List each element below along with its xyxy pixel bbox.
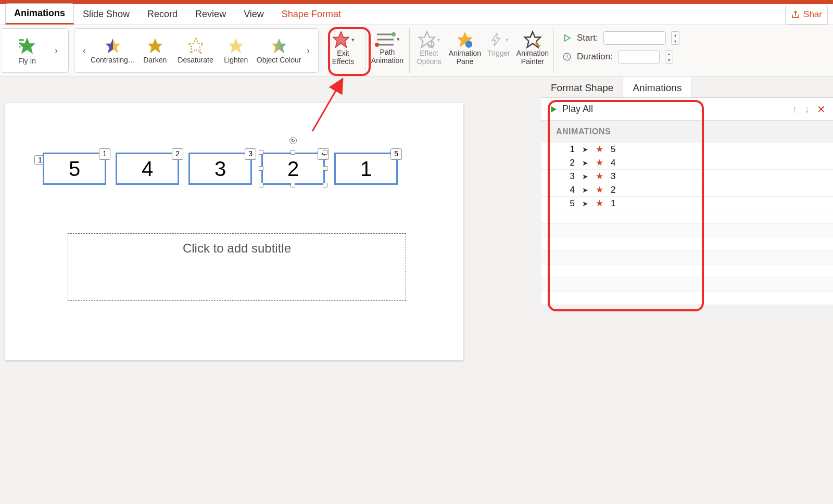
animation-list-item[interactable]: 4➤★2 [541, 183, 833, 197]
selection-handle[interactable] [323, 183, 327, 187]
animation-pane: Format Shape Animations Play All ↑ ↓ ✕ A… [541, 77, 833, 504]
selection-handle[interactable] [291, 183, 295, 187]
shape-text: 3 [188, 153, 252, 185]
move-down-icon[interactable]: ↓ [804, 103, 810, 116]
onclick-icon: ➤ [582, 145, 588, 154]
separator [321, 28, 321, 73]
shape-2[interactable]: 24↻ [261, 153, 325, 185]
animation-painter-button[interactable]: Animation Painter [514, 28, 551, 73]
star-gear-icon [456, 30, 474, 49]
gallery-next[interactable]: › [301, 31, 315, 70]
animation-order-tag[interactable]: 1 [99, 148, 110, 160]
animation-pane-button[interactable]: Animation Pane [446, 28, 484, 73]
animation-label: Fly In [18, 57, 36, 65]
slide[interactable]: 1 51423324↻15 Click to add subtitle [5, 103, 463, 360]
tab-view[interactable]: View [235, 4, 273, 24]
tab-slideshow[interactable]: Slide Show [74, 4, 138, 24]
tab-animations-pane[interactable]: Animations [623, 77, 691, 97]
start-stepper[interactable]: ▴▾ [671, 31, 679, 45]
animation-contrasting[interactable]: Contrasting… [91, 31, 135, 70]
svg-marker-5 [229, 39, 243, 53]
svg-marker-13 [419, 32, 435, 47]
tab-review[interactable]: Review [186, 4, 235, 24]
play-icon[interactable] [549, 105, 558, 114]
shape-text: 4 [116, 153, 179, 185]
shape-5[interactable]: 51 [43, 153, 106, 185]
timing-group: Start: ▴▾ Duration: ▴▾ [556, 28, 683, 64]
chevron-down-icon: ▾ [397, 36, 400, 43]
star-icon [332, 30, 350, 49]
exit-star-icon: ★ [596, 198, 603, 209]
shape-4[interactable]: 42 [116, 153, 179, 185]
start-label: Start: [577, 33, 598, 43]
onclick-icon: ➤ [582, 159, 588, 167]
chevron-down-icon: ▾ [506, 36, 509, 43]
selection-handle[interactable] [323, 166, 327, 171]
animation-order-tag[interactable]: 2 [172, 148, 183, 160]
delete-icon[interactable]: ✕ [817, 103, 826, 116]
rotation-handle[interactable]: ↻ [289, 137, 297, 144]
star-icon [187, 37, 205, 55]
exit-effects-label: Exit Effects [332, 49, 355, 66]
share-button[interactable]: Shar [785, 5, 828, 24]
shape-text: 5 [43, 153, 106, 185]
animation-list-item[interactable]: 2➤★4 [541, 156, 833, 170]
star-icon [104, 37, 122, 55]
target-name: 5 [611, 144, 615, 155]
separator [409, 28, 410, 73]
duration-label: Duration: [577, 52, 613, 62]
animation-list-item[interactable]: 1➤★5 [541, 143, 833, 156]
chevron-down-icon: ▾ [351, 36, 355, 43]
gallery-prev[interactable]: ‹ [78, 31, 91, 70]
star-gear-icon [418, 30, 436, 49]
move-up-icon[interactable]: ↑ [792, 103, 797, 116]
exit-effects-button[interactable]: ▾ Exit Effects [323, 28, 363, 73]
play-all-label[interactable]: Play All [562, 104, 593, 115]
path-animation-button[interactable]: ▾ Path Animation [368, 28, 407, 73]
bolt-icon [489, 30, 504, 49]
animation-list: 1➤★52➤★43➤★34➤★25➤★1 [541, 143, 833, 305]
animation-object-colour[interactable]: Object Colour [256, 31, 301, 70]
duration-input[interactable] [618, 50, 660, 64]
animation-desaturate[interactable]: Desaturate [175, 31, 216, 70]
tab-animations[interactable]: Animations [5, 3, 74, 24]
svg-marker-6 [271, 39, 286, 53]
target-name: 3 [611, 171, 615, 182]
selection-handle[interactable] [291, 150, 295, 155]
order-number: 2 [567, 158, 575, 168]
shape-text: 1 [334, 153, 398, 185]
selection-handle[interactable] [259, 150, 263, 155]
animation-painter-label: Animation Painter [516, 49, 549, 66]
animation-lighten[interactable]: Lighten [216, 31, 256, 70]
emphasis-gallery[interactable]: ‹ Contrasting… Darken Desaturate Lighten… [74, 28, 319, 73]
tab-format-shape[interactable]: Format Shape [541, 77, 623, 97]
selection-handle[interactable] [259, 166, 263, 171]
animation-flyin[interactable]: Fly In [5, 31, 49, 70]
slide-canvas[interactable]: 1 51423324↻15 Click to add subtitle [0, 77, 541, 504]
svg-marker-20 [551, 106, 557, 112]
animation-order-tag[interactable]: 3 [245, 148, 256, 160]
order-number: 4 [567, 185, 575, 195]
shape-1[interactable]: 15 [334, 153, 398, 185]
selection-handle[interactable] [259, 183, 263, 187]
exit-star-icon: ★ [596, 184, 603, 195]
animation-darken[interactable]: Darken [135, 31, 175, 70]
animation-list-item[interactable]: 5➤★1 [541, 197, 833, 210]
path-icon [375, 30, 396, 48]
tab-shape-format[interactable]: Shape Format [273, 4, 350, 24]
animation-list-item[interactable]: 3➤★3 [541, 170, 833, 183]
start-dropdown[interactable] [603, 31, 666, 45]
tab-record[interactable]: Record [138, 4, 186, 24]
shape-3[interactable]: 33 [188, 153, 252, 185]
gallery-next[interactable]: › [49, 31, 64, 70]
svg-marker-7 [333, 32, 349, 47]
duration-stepper[interactable]: ▴▾ [665, 50, 673, 64]
entrance-gallery[interactable]: Fly In › [2, 28, 69, 73]
selection-handle[interactable] [323, 150, 327, 155]
app-titlebar [0, 0, 833, 4]
subtitle-placeholder[interactable]: Click to add subtitle [68, 233, 406, 301]
animation-order-tag[interactable]: 5 [390, 148, 402, 160]
trigger-label: Trigger [487, 49, 510, 57]
order-number: 3 [567, 171, 575, 182]
exit-star-icon: ★ [596, 144, 603, 155]
